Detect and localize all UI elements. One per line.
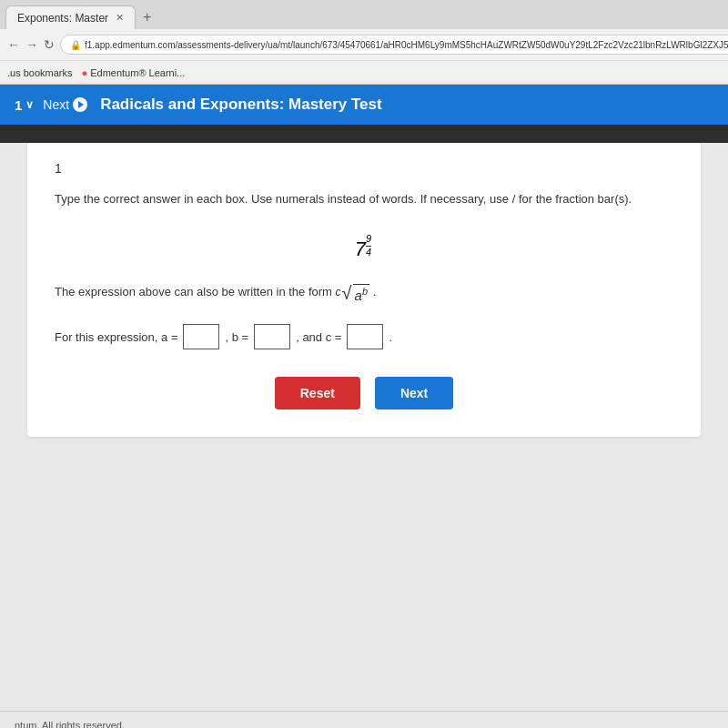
input-label-b: , b = <box>225 330 248 344</box>
tab-close-icon[interactable]: ✕ <box>116 12 124 24</box>
browser-chrome: Exponents: Master ✕ + ← → ↻ 🔒 f1.app.edm… <box>0 0 728 85</box>
input-label-c: , and c = <box>296 330 341 344</box>
question-card: 1 Type the correct answer in each box. U… <box>27 143 701 437</box>
radical-a: a <box>355 288 362 303</box>
bookmark-1[interactable]: .us bookmarks <box>7 67 73 78</box>
radical-b: b <box>362 286 368 297</box>
exponent-fraction: 94 <box>366 232 373 258</box>
address-bar-row: ← → ↻ 🔒 f1.app.edmentum.com/assessments-… <box>0 29 728 60</box>
bookmark-2[interactable]: ● Edmentum® Learni... <box>82 67 186 78</box>
address-text: f1.app.edmentum.com/assessments-delivery… <box>85 40 728 50</box>
reset-button[interactable]: Reset <box>275 377 360 410</box>
action-buttons: Reset Next <box>55 377 673 410</box>
input-period: . <box>389 330 392 344</box>
question-label: 1 <box>55 161 673 176</box>
header-next-label: Next <box>43 97 69 112</box>
radical-index-label: c <box>336 284 341 301</box>
next-button[interactable]: Next <box>375 377 453 410</box>
form-description: The expression above can also be written… <box>55 283 673 305</box>
radical-sign: √ <box>342 284 352 302</box>
fraction-denominator: 4 <box>366 247 371 258</box>
input-c[interactable] <box>347 324 383 349</box>
page-footer: ntum. All rights reserved. <box>0 711 728 728</box>
app-header: 1 ∨ Next Radicals and Exponents: Mastery… <box>0 85 728 125</box>
expression-display: 794 <box>55 236 673 261</box>
bookmark-1-label: .us bookmarks <box>7 67 73 78</box>
active-tab[interactable]: Exponents: Master ✕ <box>5 5 136 29</box>
header-next-button[interactable]: Next <box>43 97 87 112</box>
address-input[interactable]: 🔒 f1.app.edmentum.com/assessments-delive… <box>60 35 728 55</box>
input-row: For this expression, a = , b = , and c =… <box>55 324 673 349</box>
bookmark-2-label: Edmentum® Learni... <box>90 67 185 78</box>
next-circle-icon <box>73 97 87 112</box>
fraction-numerator: 9 <box>366 233 371 246</box>
bookmarks-bar: .us bookmarks ● Edmentum® Learni... <box>0 60 728 84</box>
question-number-display: 1 <box>15 97 22 113</box>
page-title: Radicals and Exponents: Mastery Test <box>100 96 382 114</box>
lock-icon: 🔒 <box>70 40 81 50</box>
back-button[interactable]: ← <box>7 35 20 55</box>
input-b[interactable] <box>254 324 290 349</box>
expression-base: 7 <box>355 238 366 260</box>
instructions-text: Type the correct answer in each box. Use… <box>55 190 673 208</box>
footer-copyright: ntum. All rights reserved. <box>15 720 125 729</box>
forward-button[interactable]: → <box>25 35 38 55</box>
main-content: 1 Type the correct answer in each box. U… <box>0 143 728 711</box>
next-arrow-icon <box>78 101 84 108</box>
reload-button[interactable]: ↻ <box>44 35 55 55</box>
chevron-down-icon[interactable]: ∨ <box>25 98 34 111</box>
new-tab-button[interactable]: + <box>136 5 158 29</box>
form-text-after: . <box>373 285 377 298</box>
tab-title: Exponents: Master <box>17 12 108 25</box>
input-label-a: For this expression, a = <box>55 330 177 344</box>
question-number-area: 1 ∨ <box>15 97 34 113</box>
edmentum-icon: ● <box>82 67 88 78</box>
tab-bar: Exponents: Master ✕ + <box>0 0 728 29</box>
input-a[interactable] <box>183 324 219 349</box>
form-text-before: The expression above can also be written… <box>55 285 332 298</box>
radical-notation: c√ab <box>336 284 369 305</box>
radical-content: ab <box>353 284 369 305</box>
